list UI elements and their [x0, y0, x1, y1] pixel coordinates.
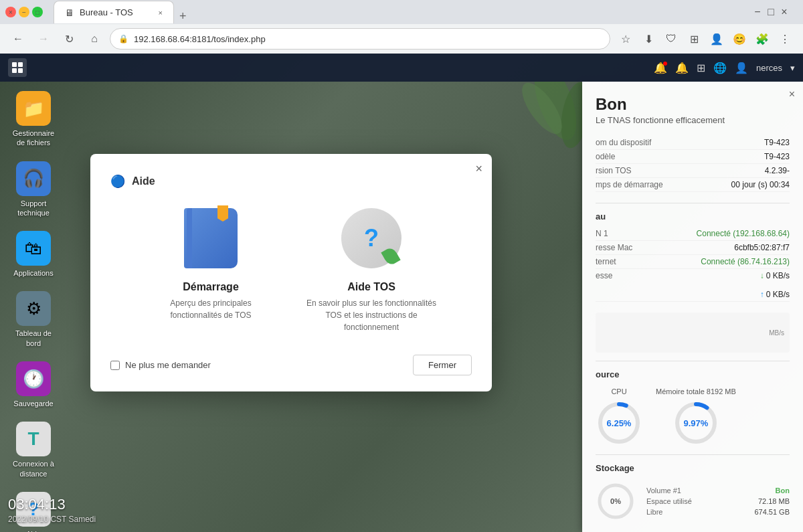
close-window-btn[interactable]: × — [5, 7, 16, 17]
tab-close-btn[interactable]: × — [159, 9, 163, 17]
tab-favicon: 🖥 — [65, 7, 74, 18]
demarrage-card-desc: Aperçu des principales fonctionnalités d… — [144, 297, 278, 321]
browser-minimize-btn[interactable]: − — [752, 7, 763, 17]
aide-title-text: Aide — [132, 175, 155, 187]
browser-close-btn[interactable]: × — [779, 7, 790, 17]
book-bookmark — [217, 205, 228, 221]
title-bar: × − □ 🖥 Bureau - TOS × + − □ × — [0, 0, 803, 24]
fermer-btn[interactable]: Fermer — [413, 355, 472, 375]
bookmark-btn[interactable]: ☆ — [616, 29, 636, 49]
aide-modal: × 🔵 Aide Démarrage Aperçu des principale… — [90, 154, 492, 391]
modal-header: 🔵 Aide — [110, 174, 472, 189]
address-bar[interactable]: 🔒 192.168.68.64:8181/tos/index.php — [110, 28, 610, 50]
modal-overlay: × 🔵 Aide Démarrage Aperçu des principale… — [0, 54, 803, 532]
tab-title: Bureau - TOS — [80, 7, 133, 17]
aide-tos-card[interactable]: ? Aide TOS En savoir plus sur les foncti… — [304, 205, 438, 333]
forward-btn[interactable]: → — [33, 29, 54, 49]
modal-footer: Ne plus me demander Fermer — [110, 355, 472, 375]
extensions-btn[interactable]: ⊞ — [684, 29, 704, 49]
demarrage-card-title: Démarrage — [183, 281, 239, 293]
home-btn[interactable]: ⌂ — [84, 29, 104, 49]
maximize-window-btn[interactable]: □ — [32, 7, 43, 17]
profiles-btn[interactable]: 👤 — [707, 29, 727, 49]
minimize-window-btn[interactable]: − — [19, 7, 29, 17]
aide-title-icon: 🔵 — [110, 174, 125, 189]
nav-bar: ← → ↻ ⌂ 🔒 192.168.68.64:8181/tos/index.p… — [0, 24, 803, 54]
help-q-mark: ? — [364, 224, 379, 252]
reload-btn[interactable]: ↻ — [59, 29, 79, 49]
menu-btn[interactable]: ⋮ — [775, 29, 795, 49]
desktop: 🔔 🔔 ⊞ 🌐 👤 nerces ▾ 📁 Gestionnaire de fic… — [0, 54, 803, 532]
help-circle-icon: ? — [341, 208, 402, 268]
back-btn[interactable]: ← — [8, 29, 28, 49]
avatar-btn[interactable]: 😊 — [729, 29, 749, 49]
demarrage-card-icon — [177, 205, 244, 272]
puzzle-btn[interactable]: 🧩 — [752, 29, 772, 49]
download-btn[interactable]: ⬇ — [638, 29, 658, 49]
nav-tools: ☆ ⬇ 🛡 ⊞ 👤 😊 🧩 ⋮ — [616, 29, 795, 49]
aide-tos-card-desc: En savoir plus sur les fonctionnalités T… — [304, 297, 438, 333]
no-show-checkbox[interactable] — [110, 361, 120, 370]
window-controls: × − □ — [5, 7, 43, 17]
modal-close-x-btn[interactable]: × — [475, 162, 482, 176]
browser-chrome: × − □ 🖥 Bureau - TOS × + − □ × ← → ↻ ⌂ 🔒… — [0, 0, 803, 54]
tab-bar: 🖥 Bureau - TOS × + — [48, 1, 187, 23]
active-tab[interactable]: 🖥 Bureau - TOS × — [54, 1, 174, 23]
help-leaf-icon — [381, 246, 400, 267]
lock-icon: 🔒 — [118, 34, 128, 43]
demarrage-card[interactable]: Démarrage Aperçu des principales fonctio… — [144, 205, 278, 333]
shield-btn[interactable]: 🛡 — [661, 29, 681, 49]
new-tab-btn[interactable]: + — [179, 9, 187, 23]
aide-tos-card-icon: ? — [338, 205, 405, 272]
book-icon — [184, 208, 238, 268]
modal-checkbox-row: Ne plus me demander — [110, 360, 211, 370]
browser-restore-btn[interactable]: □ — [766, 7, 776, 17]
no-show-label: Ne plus me demander — [125, 360, 211, 370]
modal-cards: Démarrage Aperçu des principales fonctio… — [110, 205, 472, 333]
aide-tos-card-title: Aide TOS — [347, 281, 395, 293]
address-text: 192.168.68.64:8181/tos/index.php — [134, 34, 266, 44]
